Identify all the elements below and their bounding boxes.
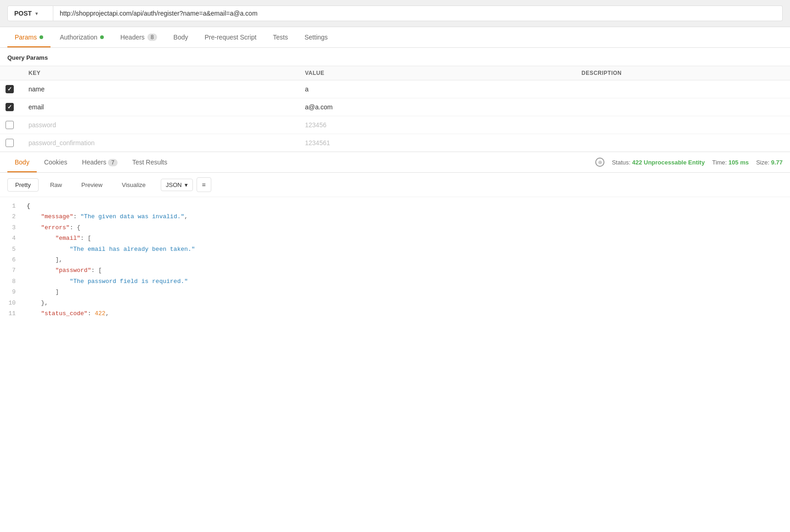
response-tab-body[interactable]: Body <box>7 152 37 172</box>
row-checkbox-email[interactable] <box>6 103 14 111</box>
row-checkbox-password[interactable] <box>6 121 14 129</box>
format-bar: Pretty Raw Preview Visualize JSON ▾ ≡ <box>0 173 790 197</box>
params-table: KEY VALUE DESCRIPTION name a email <box>0 66 790 152</box>
table-row: password_confirmation 1234561 <box>0 134 790 152</box>
format-raw-button[interactable]: Raw <box>42 178 70 192</box>
tab-authorization-label: Authorization <box>60 34 97 41</box>
size-value: 9.77 <box>771 159 783 166</box>
code-line-7: "password": [ <box>27 265 786 276</box>
response-tab-headers[interactable]: Headers 7 <box>75 152 125 172</box>
tab-headers-label: Headers <box>120 34 145 41</box>
response-test-results-label: Test Results <box>132 158 167 166</box>
tab-tests-label: Tests <box>273 34 288 41</box>
row-checkbox-name[interactable] <box>6 85 14 93</box>
value-name: a <box>305 85 309 93</box>
code-content: { "message": "The given data was invalid… <box>23 201 790 319</box>
status-code: 422 Unprocessable Entity <box>632 159 705 166</box>
key-password-confirmation: password_confirmation <box>28 139 95 147</box>
time-value: 105 ms <box>728 159 749 166</box>
json-format-selector[interactable]: JSON ▾ <box>161 179 193 191</box>
globe-icon: ⊕ <box>595 158 604 167</box>
line-num: 9 <box>7 287 16 297</box>
size-label: Size: 9.77 <box>756 159 783 166</box>
line-num: 3 <box>7 222 16 233</box>
line-num: 8 <box>7 276 16 287</box>
line-numbers: 1 2 3 4 5 6 7 8 9 10 11 <box>0 201 23 319</box>
response-headers-label: Headers <box>82 158 107 166</box>
query-params-title: Query Params <box>0 48 790 66</box>
tab-settings-label: Settings <box>305 34 328 41</box>
code-viewer: 1 2 3 4 5 6 7 8 9 10 11 { "message": "Th… <box>0 197 790 323</box>
col-header-value: VALUE <box>299 66 576 80</box>
time-label: Time: 105 ms <box>712 159 749 166</box>
code-line-1: { <box>27 201 786 211</box>
method-label: POST <box>14 10 32 17</box>
col-header-desc: DESCRIPTION <box>576 66 790 80</box>
col-header-check <box>0 66 23 80</box>
tab-tests[interactable]: Tests <box>265 27 295 47</box>
json-chevron-icon: ▾ <box>185 181 188 188</box>
headers-badge: 8 <box>147 34 157 41</box>
table-row: email a@a.com <box>0 98 790 116</box>
line-num: 4 <box>7 233 16 243</box>
row-checkbox-password-confirmation[interactable] <box>6 139 14 147</box>
value-password-confirmation: 1234561 <box>305 139 330 147</box>
code-line-9: ] <box>27 287 786 297</box>
params-dot <box>40 35 43 39</box>
tab-body[interactable]: Body <box>166 27 196 47</box>
request-tabs: Params Authorization Headers 8 Body Pre-… <box>0 27 790 48</box>
wrap-icon: ≡ <box>202 181 206 188</box>
table-row: name a <box>0 80 790 98</box>
tab-settings[interactable]: Settings <box>297 27 335 47</box>
code-line-10: }, <box>27 298 786 308</box>
key-name: name <box>28 85 45 93</box>
response-headers-badge: 7 <box>108 159 118 166</box>
code-line-5: "The email has already been taken." <box>27 244 786 255</box>
tab-body-label: Body <box>174 34 188 41</box>
code-line-4: "email": [ <box>27 233 786 243</box>
tab-authorization[interactable]: Authorization <box>52 27 111 47</box>
response-tabs: Body Cookies Headers 7 Test Results <box>7 152 595 172</box>
table-row: password 123456 <box>0 116 790 134</box>
method-selector[interactable]: POST ▾ <box>7 6 53 21</box>
code-line-11: "status_code": 422, <box>27 308 786 319</box>
url-input[interactable] <box>53 6 783 21</box>
tab-pre-request[interactable]: Pre-request Script <box>197 27 264 47</box>
line-num: 11 <box>7 308 16 319</box>
response-tab-test-results[interactable]: Test Results <box>125 152 175 172</box>
response-body-label: Body <box>15 158 29 166</box>
response-tab-cookies[interactable]: Cookies <box>37 152 75 172</box>
line-num: 7 <box>7 265 16 276</box>
authorization-dot <box>100 35 104 39</box>
response-cookies-label: Cookies <box>44 158 68 166</box>
desc-name <box>576 80 790 98</box>
tab-headers[interactable]: Headers 8 <box>113 27 164 47</box>
format-visualize-button[interactable]: Visualize <box>114 178 153 192</box>
col-header-key: KEY <box>23 66 299 80</box>
tab-params[interactable]: Params <box>7 27 51 47</box>
value-email: a@a.com <box>305 103 333 111</box>
value-password: 123456 <box>305 121 327 129</box>
url-bar: POST ▾ <box>0 0 790 27</box>
app-container: POST ▾ Params Authorization Headers 8 Bo… <box>0 0 790 532</box>
format-preview-button[interactable]: Preview <box>73 178 110 192</box>
code-line-6: ], <box>27 255 786 265</box>
response-tabs-container: Body Cookies Headers 7 Test Results ⊕ St… <box>0 152 790 173</box>
json-format-label: JSON <box>166 181 182 188</box>
line-num: 1 <box>7 201 16 211</box>
code-line-2: "message": "The given data was invalid."… <box>27 211 786 222</box>
key-email: email <box>28 103 44 111</box>
response-status: ⊕ Status: 422 Unprocessable Entity Time:… <box>595 158 783 167</box>
desc-email <box>576 98 790 116</box>
code-line-8: "The password field is required." <box>27 276 786 287</box>
status-label: Status: 422 Unprocessable Entity <box>612 159 705 166</box>
method-chevron: ▾ <box>35 11 38 16</box>
line-num: 5 <box>7 244 16 255</box>
desc-password-confirmation <box>576 134 790 152</box>
key-password: password <box>28 121 56 129</box>
line-num: 6 <box>7 255 16 265</box>
format-pretty-button[interactable]: Pretty <box>7 178 39 192</box>
wrap-button[interactable]: ≡ <box>197 177 211 192</box>
desc-password <box>576 116 790 134</box>
code-line-3: "errors": { <box>27 222 786 233</box>
